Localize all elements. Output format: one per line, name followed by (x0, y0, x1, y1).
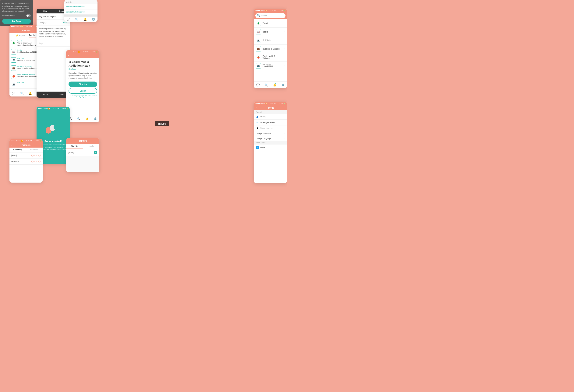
act-nav-settings[interactable]: ⚙️ (91, 18, 95, 21)
cat-icon-food: 🍎 (256, 55, 261, 60)
dark-card: I'm visiting Tokyo for 3 days with my wi… (0, 0, 33, 26)
change-language-row[interactable]: Change Language › (254, 136, 287, 141)
tab-popular[interactable]: ⚡ Popular (16, 34, 25, 37)
share-twitter-toggle[interactable] (26, 14, 31, 17)
room-note: Log in or sign up to join this voice cha… (68, 95, 97, 99)
carrier-feed: ●●●●● Sketch 📶 (11, 25, 23, 27)
act-nav-bell[interactable]: 🔔 (83, 18, 87, 21)
category-value: Travel (62, 21, 67, 24)
friends-title: Friends (21, 144, 30, 146)
phone-room: ●●●●● Sketch 📶 9:41 AM 100% 🔋 ‹ Is Socia… (66, 50, 99, 122)
user-icon: 👤 (256, 115, 259, 118)
cat-item-tv[interactable]: 📺 TV, Movies & Entertainment › (254, 62, 287, 70)
room-nav-settings[interactable]: ⚙️ (93, 117, 97, 121)
profile-header: ‹ Profile (254, 105, 287, 110)
add-room-button[interactable]: Add Room (2, 19, 31, 24)
tab-for-you[interactable]: For You (29, 34, 36, 38)
back-arrow-friends[interactable]: ‹ (11, 144, 12, 146)
room-body-field[interactable]: I'm visiting Tokyo for 3 days with my wi… (37, 26, 70, 40)
cat-nav-search[interactable]: 🔍 (265, 83, 268, 87)
travel-icon: 🌲 (11, 40, 16, 45)
nav-chat-icon[interactable]: 💬 (12, 91, 16, 95)
cat-icon-business: 💼 (256, 46, 261, 51)
login-button[interactable]: Log In (68, 88, 97, 94)
search-icon: 🔍 (257, 14, 261, 18)
cat-name-travel: Travel (263, 22, 283, 24)
books-icon: 📖 (11, 49, 16, 55)
phone-friends: ●●●●● Sketch 📶 9:41 AM 100% 🔋 ‹ Friends … (9, 139, 42, 183)
chevron-food: › (285, 56, 285, 59)
social-section: Social Media (254, 141, 287, 145)
phone-activity: Activity sakura19 followed you remi11001… (64, 0, 98, 22)
tags-label: Tags (39, 42, 43, 44)
following-tab[interactable]: Following (9, 148, 26, 152)
create-actions: Delete Done (37, 92, 70, 98)
battery-profile: 100% 🔋 (279, 103, 286, 104)
chevron-password: › (285, 133, 285, 135)
cat-item-tech[interactable]: 💻 IT & Tech › (254, 36, 287, 45)
room-nav-search[interactable]: 🔍 (77, 117, 81, 121)
cat-icon-books: 📖 (256, 29, 261, 34)
friend-name-remi: remi11001 (11, 160, 20, 162)
change-password-label: Change Password (256, 133, 283, 135)
phone-profile: ●●●●● Sketch 📶 9:41 AM 100% 🔋 ‹ Profile … (254, 102, 287, 183)
act-nav-chat[interactable]: 💬 (67, 18, 70, 21)
cat-name-books: Books (263, 31, 283, 33)
username-input-login[interactable] (68, 152, 93, 154)
cat-item-books[interactable]: 📖 Books › (254, 28, 287, 36)
category-label: Category (39, 21, 47, 24)
room-bottom-nav: 💬 🔍 🔔 ⚙️ (66, 115, 99, 122)
chevron-business: › (285, 48, 285, 50)
login-tab[interactable]: Log In (83, 144, 100, 149)
room-name-value: Nightlife in Tokyo? (39, 15, 67, 18)
search-bar[interactable]: 🔍 (255, 13, 286, 18)
followers-tab[interactable]: Followers (26, 148, 43, 152)
username-field-login[interactable]: ✓ (66, 149, 99, 156)
cat-nav-bell[interactable]: 🔔 (273, 83, 276, 87)
room-title: Is Social Media Addiction Real? (68, 60, 97, 67)
cat-bottom-nav: 💬 🔍 🔔 ⚙️ (254, 81, 287, 88)
room-note-link[interactable]: Any Topic room. (80, 97, 91, 99)
room-desc: Description of topic in detail including… (68, 72, 97, 80)
cat-nav-chat[interactable]: 💬 (256, 83, 260, 87)
profile-phone-row[interactable]: 📱 Phone Number (254, 125, 287, 131)
nav-search-icon[interactable]: 🔍 (20, 91, 24, 95)
cat-nav-settings[interactable]: ⚙️ (281, 83, 285, 87)
chevron-language: › (285, 137, 285, 140)
back-arrow-room[interactable]: ‹ (68, 54, 69, 57)
skip-button[interactable]: Skip (37, 9, 53, 13)
cat-item-food[interactable]: 🍎 Food, Health & Wellness › (254, 53, 287, 62)
change-password-row[interactable]: Change Password › (254, 131, 287, 136)
act-nav-search[interactable]: 🔍 (75, 18, 79, 21)
tags-field[interactable]: Tags (37, 40, 70, 47)
popular-icon: ⚡ (16, 34, 18, 37)
unfollow-jamesj[interactable]: Unfollow (31, 154, 41, 157)
activity-item-sakura[interactable]: sakura19 followed you (64, 4, 98, 9)
time-feed: 9:41 AM (26, 25, 32, 27)
friend-jamesj: jamesj Unfollow (9, 153, 42, 158)
twitter-row[interactable]: 𝕏 Twitter › (254, 145, 287, 150)
profile-username-row: 👤 jamesj (254, 114, 287, 119)
room-created-desc: You can minimize the app and wait for ot… (39, 144, 67, 151)
nav-bell-icon[interactable]: 🔔 (28, 91, 32, 95)
search-input[interactable] (262, 15, 284, 17)
phone-login: Tamuro Sign Up Log In ✓ (66, 138, 99, 172)
back-arrow-profile[interactable]: ‹ (256, 106, 257, 109)
signup-tab[interactable]: Sign Up (66, 144, 83, 149)
cat-item-travel[interactable]: 🌲 Travel › (254, 19, 287, 28)
cat-name-tech: IT & Tech (263, 39, 283, 41)
email-value: jamesj@email.com (260, 121, 285, 123)
unfollow-remi[interactable]: Unfollow (31, 160, 41, 163)
signup-button[interactable]: Sign Up (68, 81, 97, 87)
activity-action-sakura: followed you (74, 6, 85, 8)
cat-name-food: Food, Health & Wellness (263, 55, 283, 59)
activity-item-remi[interactable]: remi11001 followed you (64, 9, 98, 15)
room-nav-bell[interactable]: 🔔 (85, 117, 89, 121)
email-icon: ✉️ (256, 121, 259, 124)
balloon-teal (54, 123, 60, 130)
search-container: 🔍 (254, 12, 287, 19)
delete-button[interactable]: Delete (37, 92, 53, 98)
activity-bottom-nav: 💬 🔍 🔔 ⚙️ (64, 17, 98, 22)
change-language-label: Change Language (256, 137, 283, 140)
cat-item-business[interactable]: 💼 Business & Startups › (254, 45, 287, 53)
